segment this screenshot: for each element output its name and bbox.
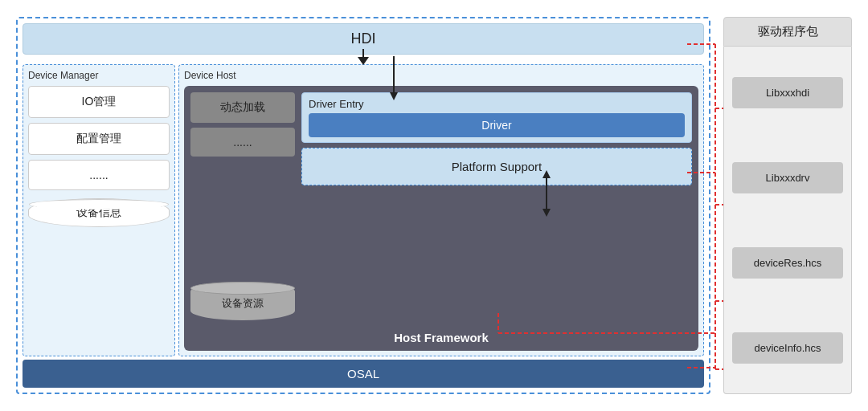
device-host-label: Device Host [184, 70, 698, 81]
pkg-item-deviceres: deviceRes.hcs [732, 247, 843, 279]
load-column: 动态加载 ...... [190, 92, 295, 277]
driver-entry-label: Driver Entry [309, 98, 685, 110]
panels-row: Device Manager IO管理 配置管理 ...... 设备信息 Dev… [18, 61, 709, 356]
device-manager-label: Device Manager [28, 70, 170, 81]
driver-column: Driver Entry Driver Platform Support [301, 92, 692, 277]
driver-box: Driver [309, 113, 685, 137]
host-framework-label: Host Framework [394, 331, 489, 344]
osal-label: OSAL [347, 367, 379, 380]
device-resource-box: 设备资源 [190, 282, 295, 320]
hdi-bar: HDI [23, 23, 704, 55]
config-management-box: 配置管理 [28, 123, 170, 155]
framework-top-row: 动态加载 ...... Driver Entry Driver [190, 92, 692, 277]
driver-pkg-column: 驱动程序包 Libxxxhdi Libxxxdrv deviceRes.hcs … [723, 17, 852, 394]
device-manager-panel: Device Manager IO管理 配置管理 ...... 设备信息 [23, 64, 175, 356]
dynamic-load-box: 动态加载 [190, 92, 295, 123]
load-ellipsis-box: ...... [190, 128, 295, 157]
diagram-container: HDI Device Manager IO管理 配置管理 ...... 设备信息… [8, 9, 860, 402]
pkg-item-libxxxhdi: Libxxxhdi [732, 77, 843, 108]
main-area: HDI Device Manager IO管理 配置管理 ...... 设备信息… [16, 17, 710, 394]
pkg-item-deviceinfo: deviceInfo.hcs [732, 332, 843, 364]
device-host-panel: Device Host 动态加载 ...... D [178, 64, 704, 356]
pkg-items-container: Libxxxhdi Libxxxdrv deviceRes.hcs device… [723, 47, 852, 394]
host-framework-box: 动态加载 ...... Driver Entry Driver [184, 86, 698, 351]
device-info-box: 设备信息 [28, 198, 170, 227]
ellipsis-box: ...... [28, 160, 170, 190]
driver-pkg-title: 驱动程序包 [723, 17, 852, 47]
pkg-item-libxxxdrv: Libxxxdrv [732, 162, 843, 193]
osal-bar: OSAL [23, 360, 704, 388]
io-management-box: IO管理 [28, 86, 170, 118]
platform-support-box: Platform Support [301, 148, 692, 185]
driver-entry-box: Driver Entry Driver [301, 92, 692, 143]
platform-support-label: Platform Support [452, 160, 542, 173]
hdi-label: HDI [351, 31, 376, 47]
